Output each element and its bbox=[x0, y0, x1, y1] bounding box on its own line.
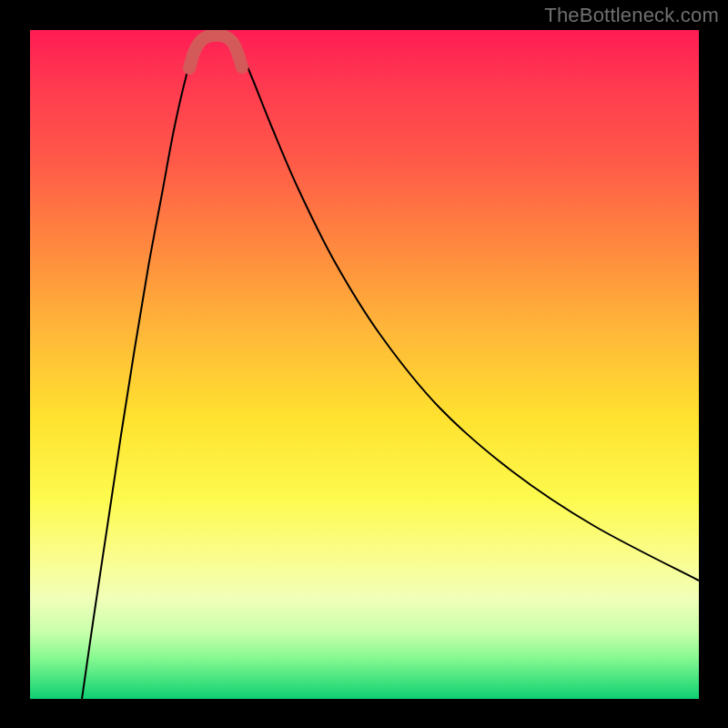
chart-frame: TheBottleneck.com bbox=[0, 0, 728, 728]
plot-area bbox=[30, 30, 699, 699]
valley-red-path bbox=[189, 35, 242, 68]
curve-left-path bbox=[82, 35, 200, 699]
watermark-text: TheBottleneck.com bbox=[544, 4, 719, 27]
curve-layer bbox=[30, 30, 699, 699]
curve-right-path bbox=[232, 35, 699, 581]
